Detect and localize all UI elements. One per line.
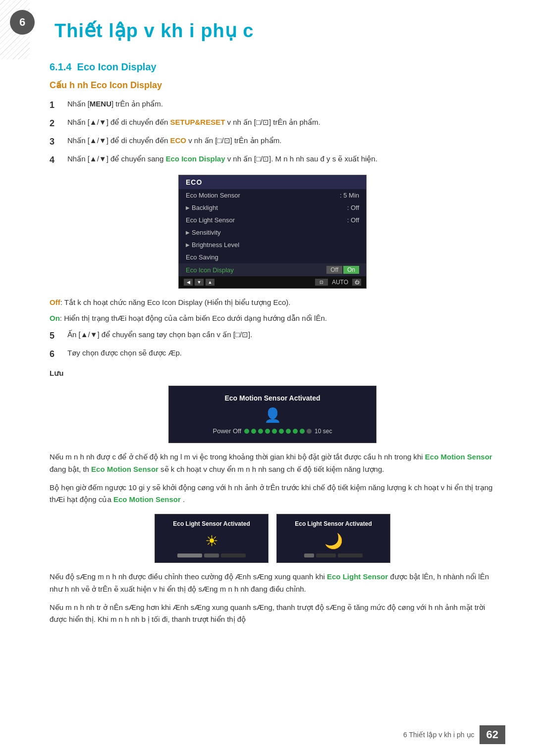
sensor-bar-row-2: [284, 554, 383, 557]
menu-row-sensitivity: ▶ Sensitivity: [179, 226, 366, 239]
on-description: On: Hiển thị trạng thÆi hoạt động của cả…: [50, 312, 495, 324]
dot-9: [300, 429, 305, 434]
dot-6: [279, 429, 284, 434]
sensor-bar-row-1: [162, 554, 261, 557]
nav-up-icon: ▲: [206, 279, 214, 286]
dot-1: [244, 429, 249, 434]
dot-3: [258, 429, 263, 434]
paragraph-4: Nếu m n h nh tr ở nÊn sÆng hơn khi Ænh s…: [50, 602, 495, 626]
bar-small-1: [304, 554, 314, 557]
page: 6 Thiết lập v kh i phụ c 6.1.4 Eco Icon …: [0, 0, 535, 756]
step-2: 2 Nhấn [▲/▼] để di chuyển đến SETUP&RESE…: [50, 117, 495, 130]
eco-light-box-1: Eco Light Sensor Activated ☀: [155, 514, 268, 563]
nav-left-icon: ◀: [184, 279, 193, 286]
step-4: 4 Nhấn [▲/▼] để chuyển sang Eco Icon Dis…: [50, 153, 495, 167]
bar-filled-2: [204, 554, 219, 557]
bar-empty-2: [316, 554, 336, 557]
menu-row-eco-icon: Eco Icon Display Off On: [179, 263, 366, 276]
menu-bottom-bar: ◀ ▼ ▲ ⊡ AUTO ⏻: [179, 276, 366, 288]
dot-7: [286, 429, 291, 434]
eco-light-box-2: Eco Light Sensor Activated 🌙: [276, 514, 390, 563]
config-heading: Cấu h nh Eco Icon Display: [50, 80, 495, 91]
sensor-images-row: Eco Light Sensor Activated ☀ Eco Light S…: [50, 514, 495, 563]
paragraph-1: Nếu m n h nh đượ c để ở chế độ kh ng l m…: [50, 451, 495, 476]
nav-monitor-icon: ⊡: [315, 279, 328, 286]
paragraph-2: Bộ hẹn giờ đếm ngược 10 gi y sẽ khởi độn…: [50, 482, 495, 506]
chapter-icon: 6: [10, 10, 35, 35]
sun-icon: ☀: [162, 532, 261, 550]
eco-motion-title: Eco Motion Sensor Activated: [179, 394, 366, 402]
power-off-label: Power Off: [213, 427, 242, 435]
bar-empty-1: [221, 554, 246, 557]
menu-title: ECO: [179, 175, 366, 189]
page-title: Thiết lập v kh i phụ c: [54, 20, 495, 42]
section-heading: 6.1.4 Eco Icon Display: [50, 61, 495, 73]
dot-5: [272, 429, 277, 434]
eco-motion-box: Eco Motion Sensor Activated 👤 Power Off …: [168, 386, 376, 443]
menu-row-eco-motion: Eco Motion Sensor : 5 Min: [179, 189, 366, 202]
bar-empty-3: [338, 554, 363, 557]
page-number: 62: [480, 725, 505, 744]
menu-row-backlight: ▶ Backlight : Off: [179, 202, 366, 214]
dot-2: [251, 429, 256, 434]
dot-10: [307, 429, 312, 434]
auto-label: AUTO: [332, 279, 348, 286]
step-3: 3 Nhấn [▲/▼] để di chuyển đến ECO v nh ấ…: [50, 135, 495, 149]
moon-icon: 🌙: [284, 532, 383, 550]
dot-8: [293, 429, 298, 434]
steps-5-6: 5 Ấn [▲/▼] để chuyển sang tøy chọn bạn c…: [50, 329, 495, 361]
note-label: Lưu: [50, 369, 495, 378]
step-1: 1 Nhấn [MENU] trÊn ản phẩm.: [50, 99, 495, 112]
eco-dots: [244, 429, 312, 434]
nav-power-icon: ⏻: [352, 279, 361, 286]
paragraph-3: Nếu độ sÆng m n h nh được điều chỉnh the…: [50, 571, 495, 596]
nav-down-icon: ▼: [195, 279, 204, 286]
dot-4: [265, 429, 270, 434]
step-6: 6 Tøy chọn được chọn sẽ được Æp.: [50, 348, 495, 361]
eco-light-title-1: Eco Light Sensor Activated: [162, 520, 261, 527]
menu-screenshot: ECO Eco Motion Sensor : 5 Min ▶ Backligh…: [178, 175, 367, 289]
eco-timer-row: Power Off 10 sec: [179, 427, 366, 435]
footer-text: 6 Thiết lập v kh i ph ục: [403, 731, 474, 739]
steps-list: 1 Nhấn [MENU] trÊn ản phẩm. 2 Nhấn [▲/▼]…: [50, 99, 495, 167]
person-icon: 👤: [179, 407, 366, 423]
eco-light-title-2: Eco Light Sensor Activated: [284, 520, 383, 527]
step-5: 5 Ấn [▲/▼] để chuyển sang tøy chọn bạn c…: [50, 329, 495, 343]
bar-filled-1: [177, 554, 202, 557]
menu-row-eco-saving: Eco Saving: [179, 251, 366, 263]
eco-time-label: 10 sec: [315, 428, 332, 435]
menu-row-brightness: ▶ Brightness Level: [179, 239, 366, 251]
off-description: Off: Tắt k ch hoạt chức năng Eco Icon Di…: [50, 297, 495, 308]
menu-row-eco-light: Eco Light Sensor : Off: [179, 214, 366, 226]
page-footer: 6 Thiết lập v kh i ph ục 62: [403, 725, 505, 744]
